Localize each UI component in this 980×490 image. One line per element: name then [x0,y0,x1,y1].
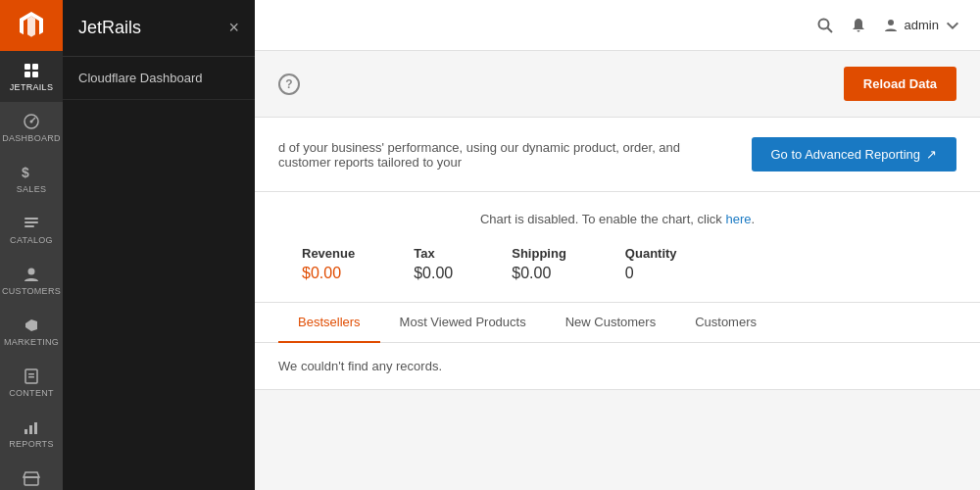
search-button[interactable] [816,17,834,34]
tabs-row: Bestsellers Most Viewed Products New Cus… [255,303,980,343]
tab-new-customers[interactable]: New Customers [546,303,675,343]
svg-rect-15 [29,425,32,434]
tab-bestsellers[interactable]: Bestsellers [278,303,380,343]
svg-rect-3 [32,72,38,77]
quantity-stat: Quantity 0 [625,246,677,282]
svg-line-20 [827,27,832,32]
dashboard-icon [22,112,41,131]
quantity-value: 0 [625,265,677,282]
user-icon [883,18,899,33]
slide-panel-close-button[interactable]: × [228,18,239,38]
advanced-reporting-button-label: Go to Advanced Reporting [771,147,921,162]
sidebar-item-sales[interactable]: $ SALES [0,153,63,204]
svg-rect-14 [24,429,27,434]
sidebar-item-label: CUSTOMERS [2,286,61,296]
sidebar-item-label: MARKETING [4,337,59,347]
user-menu[interactable]: admin [883,18,960,33]
svg-rect-1 [32,64,38,70]
sidebar-item-label: REPORTS [9,439,53,449]
sidebar: JETRAILS DASHBOARD $ SALES CATALOG [0,0,63,490]
shipping-label: Shipping [512,246,566,261]
advanced-reporting-button[interactable]: Go to Advanced Reporting ↗ [752,137,957,172]
reload-data-button[interactable]: Reload Data [844,67,956,101]
revenue-stat: Revenue $0.00 [302,246,355,282]
sidebar-item-label: JETRAILS [10,82,53,92]
chevron-down-icon [945,18,960,33]
sidebar-item-dashboard[interactable]: DASHBOARD [0,102,63,153]
tabs-section: Bestsellers Most Viewed Products New Cus… [255,303,980,390]
svg-point-10 [28,269,35,275]
tax-label: Tax [414,246,453,261]
svg-rect-2 [24,72,30,77]
search-icon [816,17,834,34]
tax-stat: Tax $0.00 [414,246,453,282]
sidebar-item-label: CONTENT [9,388,54,398]
reports-icon [22,417,41,437]
customers-icon [22,265,41,284]
username-label: admin [905,18,939,32]
tabs-empty-message: We couldn't find any records. [255,343,980,389]
main-content: admin ? Reload Data d of your business' … [255,0,980,490]
svg-rect-7 [24,218,38,220]
tax-value: $0.00 [414,265,453,282]
tab-most-viewed-products[interactable]: Most Viewed Products [380,303,546,343]
magento-logo-icon [16,10,47,41]
content-icon [22,367,41,386]
catalog-icon [22,214,41,233]
svg-rect-13 [28,376,34,378]
sidebar-item-content[interactable]: CONTENT [0,357,63,408]
revenue-value: $0.00 [302,265,355,282]
revenue-label: Revenue [302,246,355,261]
quantity-label: Quantity [625,246,677,261]
dashboard-content: ? Reload Data d of your business' perfor… [255,51,980,490]
svg-rect-8 [24,221,38,223]
sidebar-navigation: JETRAILS DASHBOARD $ SALES CATALOG [0,51,63,490]
notifications-button[interactable] [850,17,867,34]
sidebar-item-marketing[interactable]: MARKETING [0,306,63,357]
svg-rect-16 [34,422,37,434]
stats-row: Revenue $0.00 Tax $0.00 Shipping $0.00 Q… [278,246,956,282]
help-button[interactable]: ? [278,74,300,95]
sidebar-item-catalog[interactable]: CATALOG [0,204,63,255]
svg-text:$: $ [22,165,29,180]
sidebar-item-reports[interactable]: REPORTS [0,408,63,459]
marketing-icon [22,316,41,335]
slide-panel-title: JetRails [78,18,141,38]
sidebar-item-jetrails[interactable]: JETRAILS [0,51,63,102]
action-bar: ? Reload Data [255,51,980,118]
slide-panel-header: JetRails × [63,0,255,57]
slide-panel: JetRails × Cloudflare Dashboard [63,0,255,490]
sales-icon: $ [22,163,41,182]
sidebar-item-label: CATALOG [10,235,53,245]
shipping-value: $0.00 [512,265,566,282]
advanced-reporting-banner: d of your business' performance, using o… [255,118,980,192]
svg-rect-9 [24,225,34,227]
svg-rect-17 [24,477,38,485]
jetrails-icon [22,61,41,80]
sidebar-item-label: DASHBOARD [2,133,61,143]
sidebar-item-label: SALES [17,184,47,194]
svg-rect-12 [28,373,34,375]
bell-icon [850,17,867,34]
stats-section: Chart is disabled. To enable the chart, … [255,192,980,303]
advanced-reporting-text: d of your business' performance, using o… [278,140,752,170]
sidebar-logo [0,0,63,51]
sidebar-item-stores[interactable]: STORES [0,459,63,490]
svg-point-19 [818,19,828,28]
stores-icon [22,468,41,488]
shipping-stat: Shipping $0.00 [512,246,566,282]
tab-customers[interactable]: Customers [675,303,776,343]
topbar: admin [255,0,980,51]
svg-point-21 [888,20,894,25]
svg-point-5 [30,121,33,123]
external-link-icon: ↗ [926,147,937,162]
sidebar-item-customers[interactable]: CUSTOMERS [0,255,63,306]
chart-disabled-message: Chart is disabled. To enable the chart, … [278,212,956,226]
chart-enable-link[interactable]: here [725,212,751,226]
slide-panel-item-cloudflare[interactable]: Cloudflare Dashboard [63,57,255,100]
svg-rect-0 [24,64,30,70]
